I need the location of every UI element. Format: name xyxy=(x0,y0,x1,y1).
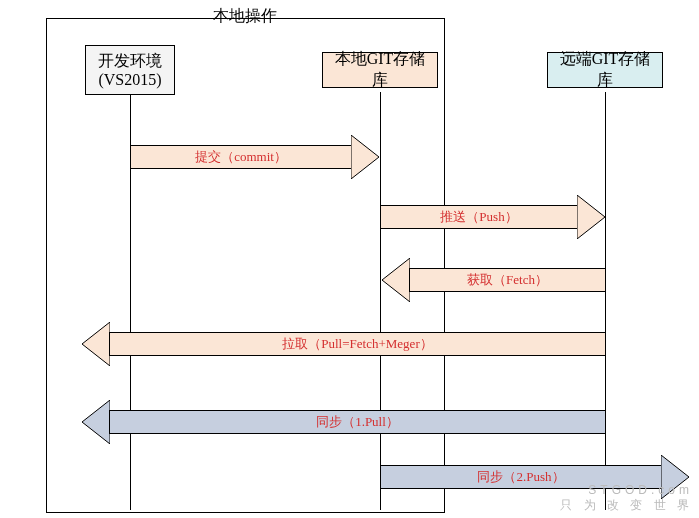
arrow-fetch: 获取（Fetch） xyxy=(380,258,606,302)
arrow-pull: 拉取（Pull=Fetch+Meger） xyxy=(80,322,606,366)
arrowhead-left-icon xyxy=(80,322,110,366)
msg-pull: 拉取（Pull=Fetch+Meger） xyxy=(282,335,432,353)
actor-dev: 开发环境 (VS2015) xyxy=(85,45,175,95)
arrow-push: 推送（Push） xyxy=(380,195,606,239)
watermark-line1: STGOD.com xyxy=(560,483,693,499)
svg-marker-2 xyxy=(382,258,410,302)
actor-dev-label-1: 开发环境 xyxy=(98,51,162,70)
actor-remote-label: 远端GIT存储库 xyxy=(552,49,658,91)
arrowhead-left-icon xyxy=(80,400,110,444)
msg-commit: 提交（commit） xyxy=(195,148,287,166)
actor-dev-label-2: (VS2015) xyxy=(98,70,161,89)
msg-sync-push: 同步（2.Push） xyxy=(477,468,564,486)
arrowhead-left-icon xyxy=(380,258,410,302)
arrow-commit: 提交（commit） xyxy=(130,135,380,179)
svg-marker-1 xyxy=(577,195,605,239)
msg-fetch: 获取（Fetch） xyxy=(467,271,548,289)
watermark: STGOD.com 只 为 改 变 世 界 xyxy=(560,483,693,514)
actor-local-label: 本地GIT存储库 xyxy=(327,49,433,91)
local-ops-title: 本地操作 xyxy=(46,6,443,27)
svg-marker-3 xyxy=(82,322,110,366)
actor-remote: 远端GIT存储库 xyxy=(547,52,663,88)
svg-marker-0 xyxy=(351,135,379,179)
msg-sync-pull: 同步（1.Pull） xyxy=(316,413,399,431)
arrowhead-right-icon xyxy=(577,195,607,239)
arrow-sync-pull: 同步（1.Pull） xyxy=(80,400,606,444)
msg-push: 推送（Push） xyxy=(440,208,517,226)
arrowhead-right-icon xyxy=(351,135,381,179)
actor-local: 本地GIT存储库 xyxy=(322,52,438,88)
svg-marker-4 xyxy=(82,400,110,444)
diagram-canvas: 本地操作 开发环境 (VS2015) 本地GIT存储库 远端GIT存储库 提交（… xyxy=(0,0,699,518)
watermark-line2: 只 为 改 变 世 界 xyxy=(560,498,693,514)
